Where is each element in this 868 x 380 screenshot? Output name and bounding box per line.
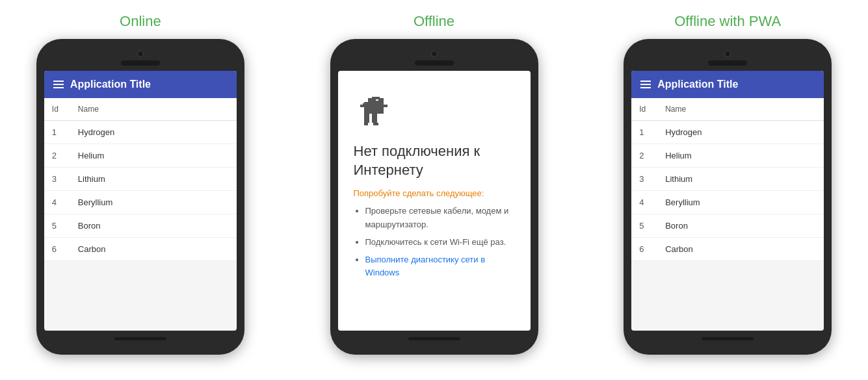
col-id-pwa: Id — [631, 98, 657, 121]
svg-rect-5 — [360, 105, 363, 107]
cell-id: 1 — [631, 121, 657, 144]
pwa-label: Offline with PWA — [674, 13, 781, 30]
svg-rect-3 — [364, 102, 384, 114]
home-bar-offline — [408, 337, 460, 340]
speaker-offline — [415, 60, 454, 66]
cell-id: 4 — [631, 191, 657, 214]
table-row: 2Helium — [631, 144, 824, 168]
app-title-online: Application Title — [70, 79, 151, 90]
table-row: 3Lithium — [631, 168, 824, 191]
offline-list-item-0: Проверьте сетевые кабели, модем и маршру… — [365, 205, 515, 232]
offline-subtitle: Попробуйте сделать следующее: — [354, 188, 515, 198]
phone-bottom-pwa — [631, 337, 824, 340]
pwa-phone: Application Title Id Name 1Hydrogen2Heli… — [624, 39, 832, 355]
cell-name: Beryllium — [657, 191, 824, 214]
cell-name: Hydrogen — [70, 121, 237, 144]
app-title-pwa: Application Title — [657, 79, 738, 90]
online-label: Online — [120, 13, 161, 30]
phone-top-pwa — [631, 51, 824, 66]
cell-id: 1 — [44, 121, 70, 144]
offline-list: Проверьте сетевые кабели, модем и маршру… — [354, 205, 515, 280]
svg-rect-7 — [364, 114, 369, 123]
camera-offline — [431, 51, 438, 57]
svg-rect-6 — [376, 99, 378, 101]
camera-online — [137, 51, 144, 57]
app-header-pwa: Application Title — [631, 71, 824, 98]
svg-rect-11 — [382, 105, 388, 107]
app-header-online: Application Title — [44, 71, 237, 98]
svg-rect-8 — [372, 114, 377, 123]
speaker-online — [121, 60, 160, 66]
phone-bottom-online — [44, 337, 237, 340]
hamburger-icon-online[interactable] — [53, 81, 64, 88]
cell-id: 6 — [44, 238, 70, 261]
offline-screen: Нет подключения к Интернету Попробуйте с… — [338, 71, 531, 331]
cell-id: 3 — [631, 168, 657, 191]
camera-pwa — [724, 51, 731, 57]
svg-rect-9 — [364, 123, 368, 125]
offline-content: Нет подключения к Интернету Попробуйте с… — [338, 71, 531, 331]
table-row: 1Hydrogen — [44, 121, 237, 144]
cell-id: 3 — [44, 168, 70, 191]
phone-bottom-offline — [338, 337, 531, 340]
table-row: 5Boron — [631, 214, 824, 238]
offline-link[interactable]: Выполните диагностику сети в Windows — [365, 255, 486, 278]
svg-rect-10 — [373, 123, 378, 125]
cell-id: 5 — [44, 214, 70, 238]
table-row: 3Lithium — [44, 168, 237, 191]
cell-name: Helium — [657, 144, 824, 168]
cell-id: 2 — [44, 144, 70, 168]
cell-name: Boron — [70, 214, 237, 238]
svg-rect-2 — [378, 99, 381, 102]
table-row: 6Carbon — [631, 238, 824, 261]
table-row: 4Beryllium — [44, 191, 237, 214]
online-column: Online Application Title Id Name 1Hydr — [7, 13, 274, 355]
col-name-online: Name — [70, 98, 237, 121]
online-phone: Application Title Id Name 1Hydrogen2Heli… — [36, 39, 244, 355]
cell-id: 2 — [631, 144, 657, 168]
offline-title: Нет подключения к Интернету — [354, 142, 515, 179]
home-bar-pwa — [702, 337, 754, 340]
svg-rect-1 — [372, 97, 380, 99]
offline-list-item-1: Подключитесь к сети Wi-Fi ещё раз. — [365, 236, 515, 249]
cell-name: Carbon — [657, 238, 824, 261]
cell-id: 6 — [631, 238, 657, 261]
online-screen: Application Title Id Name 1Hydrogen2Heli… — [44, 71, 237, 331]
cell-name: Beryllium — [70, 191, 237, 214]
cell-name: Lithium — [657, 168, 824, 191]
offline-label: Offline — [414, 13, 454, 30]
table-row: 2Helium — [44, 144, 237, 168]
pwa-screen: Application Title Id Name 1Hydrogen2Heli… — [631, 71, 824, 331]
cell-name: Carbon — [70, 238, 237, 261]
cell-id: 4 — [44, 191, 70, 214]
home-bar-online — [114, 337, 166, 340]
phone-top-offline — [338, 51, 531, 66]
data-table-pwa: Id Name 1Hydrogen2Helium3Lithium4Berylli… — [631, 98, 824, 261]
hamburger-icon-pwa[interactable] — [640, 81, 651, 88]
dino-icon — [354, 97, 393, 129]
table-row: 1Hydrogen — [631, 121, 824, 144]
offline-phone: Нет подключения к Интернету Попробуйте с… — [330, 39, 538, 355]
offline-column: Offline — [300, 13, 568, 355]
pwa-column: Offline with PWA Application Title Id Na… — [594, 13, 861, 355]
table-row: 4Beryllium — [631, 191, 824, 214]
table-row: 5Boron — [44, 214, 237, 238]
cell-name: Hydrogen — [657, 121, 824, 144]
svg-rect-4 — [363, 103, 365, 107]
cell-name: Lithium — [70, 168, 237, 191]
table-row: 6Carbon — [44, 238, 237, 261]
speaker-pwa — [708, 60, 747, 66]
cell-name: Boron — [657, 214, 824, 238]
cell-name: Helium — [70, 144, 237, 168]
phone-top-online — [44, 51, 237, 66]
col-name-pwa: Name — [657, 98, 824, 121]
offline-list-item-2: Выполните диагностику сети в Windows — [365, 253, 515, 281]
col-id-online: Id — [44, 98, 70, 121]
data-table-online: Id Name 1Hydrogen2Helium3Lithium4Berylli… — [44, 98, 237, 261]
cell-id: 5 — [631, 214, 657, 238]
